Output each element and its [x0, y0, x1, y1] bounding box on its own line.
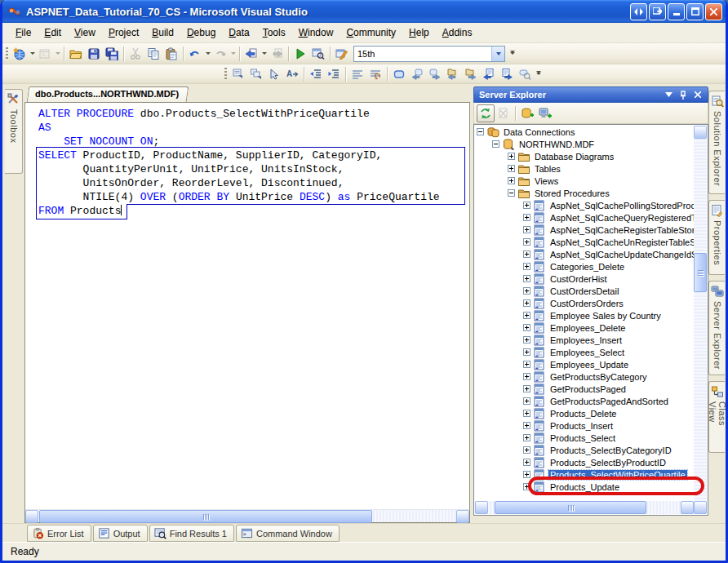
- expand-icon[interactable]: [523, 312, 530, 319]
- tree-node-label[interactable]: AspNet_SqlCachePollingStoredProcedure: [548, 201, 694, 211]
- maximize-button[interactable]: [686, 3, 704, 20]
- undo-dropdown-arrow[interactable]: [204, 45, 211, 63]
- tree-node-label[interactable]: Employees_Select: [548, 348, 626, 357]
- tree-node-label[interactable]: Views: [533, 176, 560, 186]
- title-bar[interactable]: ASPNET_Data_Tutorial_70_CS - Microsoft V…: [2, 0, 726, 23]
- code-line[interactable]: AS: [38, 121, 469, 135]
- menu-file[interactable]: File: [9, 24, 38, 41]
- scrollbar-track[interactable]: [38, 510, 456, 522]
- redo-dropdown-arrow[interactable]: [229, 45, 237, 63]
- expand-icon[interactable]: [523, 385, 530, 392]
- tree-node-label[interactable]: AspNet_SqlCacheQueryRegisteredTablesStor…: [548, 213, 694, 223]
- tree-node-products-selectwithpricequartile[interactable]: Products_SelectWithPriceQuartile: [475, 468, 694, 481]
- tree-node-tables[interactable]: Tables: [475, 162, 694, 175]
- tree-node-getproductspagedandsorted[interactable]: GetProductsPagedAndSorted: [475, 395, 694, 407]
- code-line[interactable]: ALTER PROCEDURE dbo.Products_SelectWithP…: [38, 107, 469, 121]
- toolbar-overflow-chevron[interactable]: [508, 45, 517, 63]
- expand-icon[interactable]: [523, 397, 530, 405]
- scrollbar-track[interactable]: [694, 139, 707, 501]
- toolbar-overflow-chevron[interactable]: [534, 65, 544, 83]
- tree-node-label[interactable]: GetProductsByCategory: [548, 372, 649, 382]
- menu-window[interactable]: Window: [292, 24, 340, 41]
- tree-node-label[interactable]: Employee Sales by Country: [548, 311, 663, 321]
- bottom-tab-command-window[interactable]: >_Command Window: [236, 525, 340, 542]
- tree-node-products-select[interactable]: Products_Select: [475, 432, 694, 444]
- next-bookmark-button[interactable]: [426, 65, 444, 83]
- tree-node-custorderhist[interactable]: CustOrderHist: [475, 273, 694, 285]
- tree-node-label[interactable]: Products_SelectByCategoryID: [548, 446, 673, 455]
- tree-node-employees-select[interactable]: Employees_Select: [475, 346, 694, 358]
- code-line[interactable]: SELECT ProductID, ProductName, SupplierI…: [38, 149, 469, 162]
- tree-node-label[interactable]: Products_SelectByProductID: [548, 458, 668, 468]
- scrollbar-thumb[interactable]: [495, 501, 646, 514]
- add-new-item-button[interactable]: [36, 45, 54, 63]
- undo-button[interactable]: [186, 45, 204, 63]
- uncomment-selection-button[interactable]: [366, 65, 384, 83]
- dock-tab-properties[interactable]: Properties: [708, 200, 725, 275]
- expand-icon[interactable]: [523, 238, 530, 246]
- expand-icon[interactable]: [508, 153, 515, 160]
- tree-node-custordersorders[interactable]: CustOrdersOrders: [475, 297, 694, 309]
- code-line[interactable]: FROM Products: [38, 204, 469, 218]
- tree-node-label[interactable]: Products_Insert: [548, 421, 615, 431]
- bottom-tab-output[interactable]: Output: [93, 525, 148, 542]
- tree-node-label[interactable]: Employees_Update: [548, 360, 630, 370]
- tree-node-employees-update[interactable]: Employees_Update: [475, 358, 694, 370]
- navigate-backward-dropdown-arrow[interactable]: [260, 45, 268, 63]
- expand-icon[interactable]: [523, 471, 530, 478]
- new-website-dropdown-arrow[interactable]: [29, 45, 36, 63]
- expand-icon[interactable]: [523, 336, 530, 344]
- decrease-indent-button[interactable]: [307, 65, 325, 83]
- expand-icon[interactable]: [523, 422, 530, 429]
- expand-icon[interactable]: [523, 202, 530, 209]
- tree-node-stored-procedures[interactable]: Stored Procedures: [475, 187, 694, 199]
- add-new-item-dropdown-arrow[interactable]: [54, 45, 61, 63]
- expand-icon[interactable]: [523, 434, 530, 441]
- next-bookmark-in-folder-button[interactable]: [462, 65, 480, 83]
- tree-node-label[interactable]: Products_Delete: [548, 409, 618, 419]
- tree-node-products-delete[interactable]: Products_Delete: [475, 407, 694, 419]
- save-button[interactable]: [85, 45, 103, 63]
- sql-code-editor[interactable]: ALTER PROCEDURE dbo.Products_SelectWithP…: [25, 103, 469, 509]
- object-browser-button[interactable]: [309, 45, 327, 63]
- tree-node-custordersdetail[interactable]: CustOrdersDetail: [475, 285, 694, 297]
- tree-node-label[interactable]: CustOrdersOrders: [548, 299, 625, 308]
- code-line[interactable]: UnitsOnOrder, ReorderLevel, Discontinued…: [38, 176, 469, 190]
- tree-node-categories-delete[interactable]: Categories_Delete: [475, 260, 694, 273]
- tree-node-employees-delete[interactable]: Employees_Delete: [475, 321, 694, 334]
- tree-node-aspnet-sqlcacheunregistertablestoredprocedure[interactable]: AspNet_SqlCacheUnRegisterTableStoredProc…: [475, 236, 694, 248]
- tree-horizontal-scrollbar[interactable]: [475, 501, 694, 514]
- expand-icon[interactable]: [523, 446, 530, 454]
- expand-icon[interactable]: [523, 373, 530, 380]
- close-button[interactable]: [705, 3, 722, 20]
- scrollbar-thumb[interactable]: [694, 253, 707, 292]
- start-debugging-button[interactable]: [291, 45, 309, 63]
- tree-node-label[interactable]: Products_Select: [548, 433, 617, 443]
- scroll-right-button[interactable]: [456, 510, 469, 523]
- menu-community[interactable]: Community: [340, 24, 402, 41]
- expand-icon[interactable]: [523, 214, 530, 221]
- paste-button[interactable]: [162, 45, 180, 63]
- tree-node-label[interactable]: Products_SelectWithPriceQuartile: [548, 470, 687, 480]
- collapse-icon[interactable]: [477, 128, 484, 135]
- scrollbar-thumb[interactable]: [39, 510, 372, 523]
- tree-node-views[interactable]: Views: [475, 175, 694, 187]
- expand-icon[interactable]: [508, 177, 515, 184]
- cut-button[interactable]: [127, 45, 144, 63]
- tree-node-label[interactable]: Products_Update: [548, 482, 621, 492]
- dock-tab-class-view[interactable]: Class View: [708, 381, 725, 453]
- display-parameter-info-button[interactable]: [247, 65, 265, 83]
- code-line[interactable]: SET NOCOUNT ON;: [38, 135, 469, 149]
- dock-tab-server-explorer[interactable]: Server Explorer: [708, 281, 725, 375]
- previous-bookmark-button[interactable]: [408, 65, 426, 83]
- window-extra-nav-button[interactable]: [630, 3, 647, 20]
- tree-node-getproductspaged[interactable]: GetProductsPaged: [475, 383, 694, 395]
- menu-view[interactable]: View: [68, 24, 102, 41]
- menu-data[interactable]: Data: [222, 24, 255, 41]
- combobox-dropdown-arrow[interactable]: [491, 47, 504, 61]
- next-bookmark-in-document-button[interactable]: [498, 65, 516, 83]
- display-word-completion-button[interactable]: A: [283, 65, 301, 83]
- close-panel-button[interactable]: [691, 89, 704, 101]
- toolbox-tab[interactable]: Toolbox: [5, 89, 23, 174]
- toolbar-combobox[interactable]: 15th: [353, 46, 505, 62]
